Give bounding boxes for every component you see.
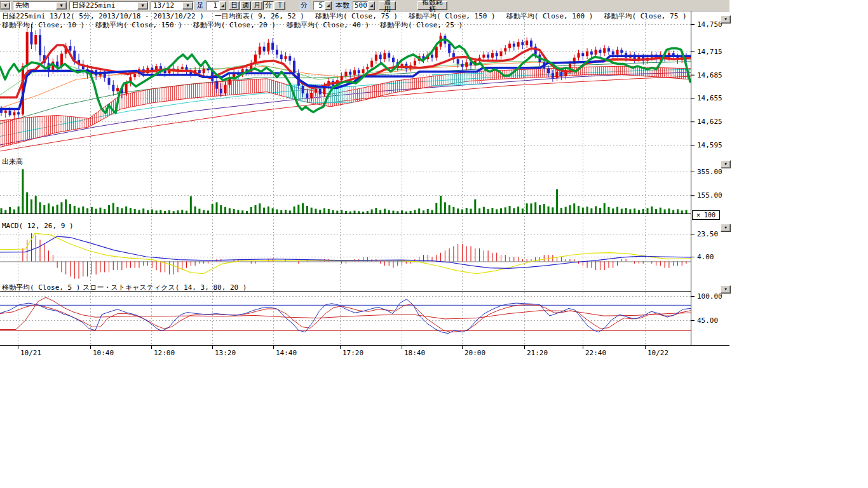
stoch-ma-label: 移動平均( Close, 5 ): [2, 284, 80, 292]
legend-item: 移動平均( Close, 150 ): [409, 12, 496, 20]
minute-value: 5: [313, 1, 325, 10]
bar-count-label: 本数: [334, 1, 351, 10]
svg-text:155.00: 155.00: [697, 191, 722, 200]
chevron-down-icon: ▼: [137, 2, 148, 10]
spin-icon[interactable]: ◢: [325, 1, 332, 10]
period-button-週[interactable]: 週: [240, 1, 251, 10]
svg-text:23.50: 23.50: [697, 230, 718, 238]
category-dropdown[interactable]: 先物 ▼: [13, 1, 67, 10]
stoch-panel-label: スロー・ストキャスティクス( 14, 3, 80, 20 ): [83, 284, 247, 292]
legend-row-2: 移動平均( Close, 10 )移動平均( Close, 150 )移動平均(…: [2, 22, 473, 29]
symbol-dropdown[interactable]: 日経225mini ▼: [69, 1, 149, 10]
contract-month-dropdown[interactable]: 13/12 ▼: [151, 1, 194, 10]
legend-item: 移動平均( Close, 25 ): [380, 21, 463, 29]
spin-icon[interactable]: ◢: [219, 1, 226, 10]
bar-type-label: 足: [196, 1, 205, 10]
legend-item: 移動平均( Close, 75 ): [315, 12, 398, 20]
svg-text:14,685: 14,685: [697, 71, 722, 79]
contract-value: 13/12: [151, 2, 182, 10]
minute-unit-label: 分: [299, 1, 309, 10]
svg-text:10/22: 10/22: [648, 349, 668, 357]
category-value: 先物: [13, 2, 56, 10]
svg-text:45.00: 45.00: [697, 316, 718, 325]
multi-symbol-button[interactable]: 複数銘柄: [417, 1, 447, 10]
svg-text:14,595: 14,595: [697, 141, 722, 149]
svg-text:355.00: 355.00: [697, 168, 722, 176]
svg-text:100.00: 100.00: [697, 292, 722, 301]
volume-multiplier-badge: × 100: [692, 210, 720, 220]
legend-item: 移動平均( Close, 20 ): [193, 21, 276, 29]
period-button-group: 日週月分T: [228, 1, 285, 10]
legend-item: 日経225mini 13/12( 5分, 2013/10/18 - 2013/1…: [2, 12, 204, 20]
chevron-down-icon: ▼: [1, 2, 10, 10]
chart-canvas[interactable]: 14,75014,71514,68514,65514,62514,595355.…: [0, 0, 868, 488]
symbol-value: 日経225mini: [70, 2, 137, 10]
svg-text:10:40: 10:40: [93, 349, 114, 357]
chevron-down-icon: ▼: [56, 2, 67, 10]
svg-text:14,715: 14,715: [697, 48, 722, 56]
svg-text:17:20: 17:20: [342, 349, 363, 357]
svg-text:14,750: 14,750: [697, 20, 722, 29]
panel-menu-button[interactable]: ▼: [721, 224, 731, 232]
panel-menu-button[interactable]: ▼: [721, 160, 731, 168]
bar-count-spinner[interactable]: 500 ◢: [353, 1, 375, 10]
volume-panel-label: 出来高: [2, 158, 23, 166]
minute-value-spinner[interactable]: 5 ◢: [313, 1, 332, 10]
app-window: 14,75014,71514,68514,65514,62514,595355.…: [0, 0, 868, 488]
bar-interval-value: 1: [207, 1, 219, 10]
svg-text:14:40: 14:40: [276, 349, 297, 357]
period-button-T[interactable]: T: [275, 1, 285, 10]
svg-text:22:40: 22:40: [585, 349, 606, 357]
period-button-日[interactable]: 日: [229, 1, 240, 10]
legend-item: 移動平均( Close, 100 ): [506, 12, 593, 20]
spin-icon[interactable]: ◢: [368, 1, 375, 10]
legend-item: 移動平均( Close, 75 ): [604, 12, 686, 20]
svg-text:12:00: 12:00: [154, 349, 175, 357]
svg-text:4.00: 4.00: [697, 253, 714, 261]
chevron-down-icon: ▼: [182, 2, 193, 10]
period-button-分[interactable]: 分: [263, 1, 274, 10]
legend-row-1: 日経225mini 13/12( 5分, 2013/10/18 - 2013/1…: [2, 13, 698, 20]
apply-button[interactable]: 適用: [379, 1, 396, 10]
svg-text:18:40: 18:40: [404, 349, 425, 357]
bar-interval-spinner[interactable]: 1 ◢: [207, 1, 226, 10]
svg-text:20:00: 20:00: [465, 349, 485, 357]
svg-text:21:20: 21:20: [527, 349, 548, 357]
svg-text:13:20: 13:20: [215, 349, 236, 357]
svg-text:10/21: 10/21: [20, 349, 41, 357]
legend-item: 移動平均( Close, 150 ): [95, 21, 182, 29]
legend-item: 移動平均( Close, 10 ): [2, 21, 85, 29]
mini-dropdown[interactable]: ▼: [0, 1, 11, 10]
legend-item: 一目均衡表( 9, 26, 52 ): [215, 12, 304, 20]
toolbar: ▼ 先物 ▼ 日経225mini ▼ 13/12 ▼ 足 1 ◢ 日週月分T 分…: [0, 0, 729, 11]
macd-panel-label: MACD( 12, 26, 9 ): [2, 222, 74, 230]
svg-text:14,625: 14,625: [697, 118, 722, 126]
panel-menu-button[interactable]: ▼: [721, 15, 731, 24]
legend-item: 移動平均( Close, 40 ): [287, 21, 369, 29]
svg-text:14,655: 14,655: [697, 94, 722, 102]
panel-menu-button[interactable]: ▼: [721, 285, 731, 294]
period-button-月[interactable]: 月: [252, 1, 262, 10]
bar-count-value: 500: [353, 1, 368, 10]
